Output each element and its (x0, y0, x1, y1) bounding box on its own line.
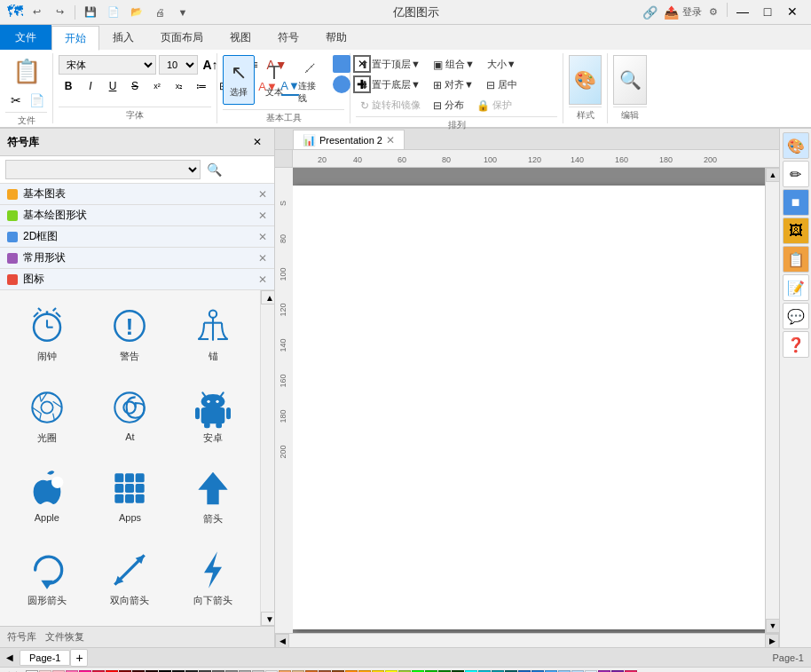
cut-icon[interactable]: ✂ (6, 91, 26, 110)
symbol-arrow-circle[interactable]: 圆形箭头 (7, 542, 87, 620)
scroll-up-button[interactable]: ▲ (766, 168, 779, 182)
cat-close-basic-shape[interactable]: ✕ (258, 210, 267, 222)
file-restore-link[interactable]: 文件恢复 (45, 630, 84, 644)
shape-circle-button[interactable] (333, 75, 350, 93)
symbol-cat-icon[interactable]: 图标 ✕ (0, 269, 274, 290)
rotate-button[interactable]: ↻ 旋转和镜像 (356, 96, 425, 115)
new-button[interactable]: 📄 (104, 3, 123, 22)
center-button[interactable]: ⊟ 居中 (482, 75, 522, 94)
paste-button[interactable]: 📋 (6, 55, 47, 88)
symbol-aperture[interactable]: 光圈 (7, 379, 87, 457)
symbol-category-select[interactable] (5, 160, 201, 179)
symbol-cat-basic-shape[interactable]: 基本绘图形状 ✕ (0, 205, 274, 226)
symbol-library-close-button[interactable]: ✕ (248, 132, 267, 152)
share-button[interactable]: 📤 (661, 3, 681, 22)
svg-text:S: S (279, 201, 287, 206)
share-icon[interactable]: 🔗 (640, 3, 659, 22)
symbol-scroll-up-button[interactable]: ▲ (261, 290, 274, 304)
cat-close-icon[interactable]: ✕ (258, 273, 267, 286)
scroll-left-button[interactable]: ◀ (275, 634, 289, 647)
symbol-search-button[interactable]: 🔍 (204, 160, 224, 179)
symbol-cat-basic-chart[interactable]: 基本图表 ✕ (0, 184, 274, 205)
help-right-button[interactable]: ❓ (783, 331, 809, 358)
symbol-at[interactable]: At (91, 379, 170, 457)
cat-close-common-shape[interactable]: ✕ (258, 252, 267, 265)
protect-button[interactable]: 🔒 保护 (472, 96, 516, 115)
login-button[interactable]: 登录 (682, 3, 702, 22)
select-tool-button[interactable]: ↖ 选择 (223, 55, 255, 105)
chat-right-button[interactable]: 💬 (783, 303, 809, 329)
print-button[interactable]: 🖨 (150, 3, 169, 22)
align-arrange-button[interactable]: ⊞ 对齐▼ (429, 75, 478, 94)
symbol-anchor[interactable]: 锚 (173, 297, 253, 376)
clipboard-right-button[interactable]: 📋 (783, 246, 809, 273)
page-add-button[interactable]: + (70, 649, 88, 667)
group-button[interactable]: ▣ 组合▼ (429, 55, 479, 74)
symbol-lightning[interactable]: 向下箭头 (173, 542, 253, 620)
edit-panel-button[interactable]: 🔍 (613, 55, 647, 105)
canvas-tab-close-button[interactable]: ✕ (386, 134, 395, 146)
scroll-right-button[interactable]: ▶ (765, 634, 779, 647)
symbol-library-link[interactable]: 符号库 (7, 630, 36, 644)
symbol-arrow-up[interactable]: 箭头 (173, 460, 253, 538)
text-tool-button[interactable]: T 文本 (258, 55, 290, 105)
cat-close-2d[interactable]: ✕ (258, 231, 267, 243)
copy-icon[interactable]: 📄 (28, 91, 47, 110)
symbol-android[interactable]: 安卓 (173, 379, 253, 457)
size-button[interactable]: 大小▼ (483, 55, 521, 74)
symbol-cat-2d[interactable]: 2D框图 ✕ (0, 226, 274, 248)
close-button[interactable]: ✕ (781, 3, 804, 20)
symbol-apple[interactable]: Apple (7, 460, 87, 538)
bold-button[interactable]: B (59, 76, 78, 96)
subscript-button[interactable]: x₂ (169, 76, 189, 96)
maximize-button[interactable]: □ (756, 3, 779, 20)
more-button[interactable]: ▼ (173, 3, 193, 22)
tab-file[interactable]: 文件 (0, 25, 51, 50)
symbol-cat-common-shape[interactable]: 常用形状 ✕ (0, 248, 274, 269)
send-back-button[interactable]: ⬇ 置于底层▼ (356, 75, 425, 94)
redo-button[interactable]: ↪ (50, 3, 69, 22)
svg-text:180: 180 (279, 409, 287, 423)
cat-close-basic-chart[interactable]: ✕ (258, 188, 267, 201)
image-right-button[interactable]: 🖼 (783, 217, 809, 244)
color-bar: 填充 (0, 667, 811, 672)
underline-button[interactable]: U (103, 76, 122, 96)
font-family-select[interactable]: 宋体 (59, 55, 156, 75)
doc-right-button[interactable]: 📝 (783, 274, 809, 301)
tab-home[interactable]: 开始 (51, 26, 99, 51)
color-right-button[interactable]: ■ (783, 189, 809, 216)
list-button[interactable]: ≔ (192, 76, 211, 96)
tab-symbol[interactable]: 符号 (264, 25, 312, 50)
tab-page-layout[interactable]: 页面布局 (147, 25, 217, 50)
symbol-arrow-two[interactable]: 双向箭头 (91, 542, 170, 620)
connector-tool-button[interactable]: ⟋ 连接线 (294, 55, 326, 107)
strikethrough-button[interactable]: S (125, 76, 145, 96)
shape-rect-button[interactable] (333, 55, 350, 73)
scroll-down-button[interactable]: ▼ (766, 619, 779, 633)
page-tab-1[interactable]: Page-1 (20, 650, 70, 666)
bring-front-button[interactable]: ⬆ 置于顶层▼ (356, 55, 425, 74)
tab-view[interactable]: 视图 (217, 25, 264, 50)
save-button[interactable]: 💾 (81, 3, 100, 22)
tab-help[interactable]: 帮助 (312, 25, 360, 50)
minimize-button[interactable]: — (731, 3, 754, 20)
symbol-alarm[interactable]: 闹钟 (7, 297, 87, 376)
symbol-apps[interactable]: Apps (91, 460, 170, 538)
canvas-tab-presentation[interactable]: 📊 Presentation 2 ✕ (293, 130, 405, 149)
style-panel-button[interactable]: 🎨 (569, 55, 602, 105)
distribute-button[interactable]: ⊟ 分布 (429, 96, 468, 115)
canvas-viewport[interactable] (293, 168, 765, 633)
settings-icon[interactable]: ⚙ (704, 3, 723, 22)
style-right-button[interactable]: 🎨 (783, 132, 809, 159)
undo-button[interactable]: ↩ (27, 3, 46, 22)
tab-insert[interactable]: 插入 (99, 25, 147, 50)
superscript-button[interactable]: x² (147, 76, 167, 96)
open-button[interactable]: 📂 (127, 3, 146, 22)
pencil-right-button[interactable]: ✏ (783, 161, 809, 187)
italic-button[interactable]: I (81, 76, 100, 96)
symbol-scroll-down-button[interactable]: ▼ (261, 612, 274, 626)
symbol-warning[interactable]: ! 警告 (91, 297, 170, 376)
select-label: 选择 (230, 86, 248, 99)
font-size-select[interactable]: 10 (159, 55, 198, 75)
page-nav-prev-button[interactable]: ◀ (0, 648, 20, 668)
